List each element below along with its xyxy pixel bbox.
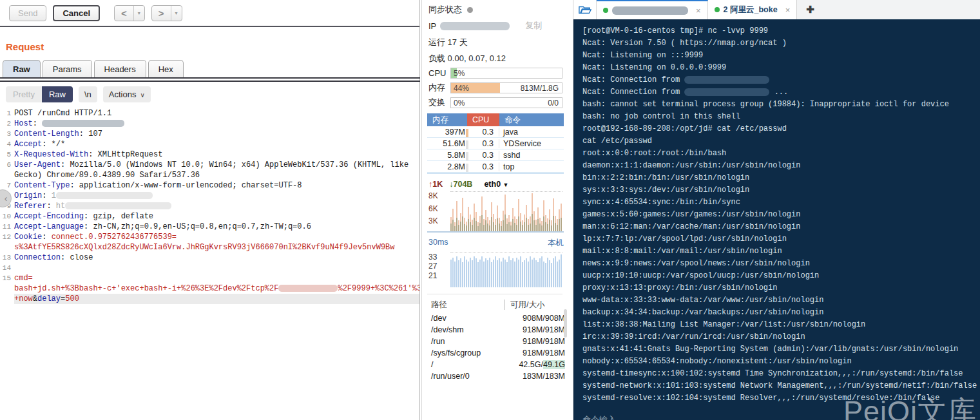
newline-toggle[interactable]: \n xyxy=(79,86,97,102)
terminal-line: Ncat: Connection from ... xyxy=(582,86,980,99)
terminal-tab-1[interactable]: × xyxy=(597,0,708,19)
ping-bar xyxy=(559,260,560,287)
ping-bar xyxy=(460,258,461,287)
terminal-line: www-data:x:33:33:www-data:/var/www:/usr/… xyxy=(582,294,980,307)
pretty-toggle[interactable]: Pretty xyxy=(6,86,42,102)
ping-bar xyxy=(476,258,477,287)
line-number: 4 xyxy=(0,139,14,149)
disk-row[interactable]: /dev/shm918M/918M xyxy=(427,324,566,336)
actions-button[interactable]: Actions∨ xyxy=(103,86,151,102)
close-tab-icon[interactable]: × xyxy=(785,5,791,15)
disk-row[interactable]: /42.5G/49.1G xyxy=(427,359,566,370)
net-bar xyxy=(510,192,512,231)
ping-bar xyxy=(481,256,483,287)
process-row[interactable]: 51.6M0.3YDService xyxy=(427,138,564,149)
terminal-tab-2[interactable]: 2 阿里云_boke× xyxy=(708,0,798,19)
disk-path: /run/user/0 xyxy=(427,372,504,381)
ping-bar xyxy=(514,262,515,287)
ping-bar xyxy=(539,258,541,287)
disk-path: / xyxy=(427,360,504,369)
ping-bar xyxy=(485,258,486,287)
terminal-line: games:x:5:60:games:/usr/games:/usr/sbin/… xyxy=(582,209,980,221)
ping-bar xyxy=(512,258,514,287)
open-session-button[interactable] xyxy=(573,0,597,19)
disk-row[interactable]: /sys/fs/cgroup918M/918M xyxy=(427,347,566,359)
raw-toggle[interactable]: Raw xyxy=(42,86,73,102)
net-bar xyxy=(553,192,554,231)
process-row[interactable]: 5.8M0.3sshd xyxy=(427,149,564,161)
back-dropdown-icon[interactable]: ▾ xyxy=(134,6,144,21)
ping-bar xyxy=(545,263,546,287)
disk-row[interactable]: /dev908M/908M xyxy=(427,312,566,324)
tab-headers[interactable]: Headers xyxy=(94,60,146,77)
request-line: 8Origin: 1 xyxy=(0,191,419,201)
disk-row[interactable]: /run918M/918M xyxy=(427,336,566,347)
net-bar xyxy=(547,192,548,231)
terminal-line: bash: cannot set terminal process group … xyxy=(582,99,980,111)
process-col-command[interactable]: 命令 xyxy=(499,115,564,126)
ping-bar xyxy=(503,258,504,287)
tab-raw[interactable]: Raw xyxy=(3,60,41,77)
disk-size: 183M/183M xyxy=(504,372,566,381)
forward-dropdown-icon[interactable]: ▾ xyxy=(171,6,182,21)
process-cpu: 0.3 xyxy=(467,139,499,148)
ping-bar xyxy=(506,262,508,287)
disk-row[interactable]: /run/user/0183M/183M xyxy=(427,370,566,382)
process-command: java xyxy=(499,128,564,137)
terminal-panel: ×2 阿里云_boke× ✚ [root@VM-0-16-centos tmp]… xyxy=(573,0,980,420)
net-bar xyxy=(555,192,556,231)
ping-bar xyxy=(487,260,488,287)
chevron-down-icon: ∨ xyxy=(140,91,144,99)
send-button[interactable]: Send xyxy=(9,5,46,21)
ping-bar xyxy=(450,260,452,287)
request-line: 10Accept-Encoding: gzip, deflate xyxy=(0,211,419,222)
net-bar xyxy=(491,192,492,231)
process-table-header[interactable]: 内存 CPU 命令 xyxy=(427,113,564,126)
scrollbar-thumb[interactable] xyxy=(564,309,567,338)
ping-header-row: 30ms 本机 xyxy=(422,238,568,249)
net-bar xyxy=(477,192,479,231)
ping-bar xyxy=(464,256,465,287)
ping-latency-chart: 332721 xyxy=(427,251,564,287)
request-line: Gecko) Chrome/89.0.4389.90 Safari/537.36 xyxy=(0,170,419,180)
repeater-toolbar: Send Cancel < ▾ > ▾ xyxy=(0,0,419,27)
ping-host-label[interactable]: 本机 xyxy=(548,238,564,249)
ping-bar xyxy=(456,256,457,287)
process-command: YDService xyxy=(499,139,564,148)
copy-ip-button[interactable]: 复制 xyxy=(525,20,542,32)
net-bar xyxy=(522,192,523,231)
net-bar xyxy=(539,192,541,231)
ping-bar xyxy=(524,260,525,287)
history-forward-button[interactable]: > ▾ xyxy=(151,5,182,21)
y-axis-tick: 21 xyxy=(428,271,437,280)
process-row[interactable]: 2.8M0.3top xyxy=(427,161,564,173)
cancel-button[interactable]: Cancel xyxy=(53,5,100,21)
folder-open-icon xyxy=(579,5,591,15)
ping-bar xyxy=(549,260,550,287)
process-command: top xyxy=(499,162,564,171)
ping-bar xyxy=(454,262,456,287)
line-number: 11 xyxy=(0,222,14,232)
tab-params[interactable]: Params xyxy=(43,60,92,77)
ip-redacted-value xyxy=(440,22,510,30)
request-editor[interactable]: 1POST /runCmd HTTP/1.12Host: 3Content-Le… xyxy=(0,108,419,304)
close-tab-icon[interactable]: × xyxy=(696,6,701,15)
swap-detail: 0/0 xyxy=(548,99,559,108)
request-line: 4Accept: */* xyxy=(0,139,419,149)
new-tab-button[interactable]: ✚ xyxy=(797,0,823,19)
command-input-hint[interactable]: 命令输入 xyxy=(582,414,616,420)
process-col-memory[interactable]: 内存 xyxy=(427,115,467,126)
watermark: PeiQi文库 xyxy=(843,405,977,417)
terminal-screen[interactable]: [root@VM-0-16-centos tmp]# nc -lvvp 9999… xyxy=(573,19,980,420)
disk-table-header: 路径 可用/大小 xyxy=(427,297,566,312)
terminal-line: daemon:x:1:1:daemon:/usr/sbin:/usr/sbin/… xyxy=(582,160,980,172)
process-col-cpu[interactable]: CPU xyxy=(467,113,499,126)
ping-bar xyxy=(543,262,544,287)
net-bar xyxy=(520,192,521,231)
interface-dropdown[interactable]: eth0 ▼ xyxy=(484,180,508,189)
history-back-button[interactable]: < ▾ xyxy=(114,5,145,21)
process-row[interactable]: 397M0.3java xyxy=(427,126,564,138)
swap-meter: 0% 0/0 xyxy=(450,97,562,108)
tab-hex[interactable]: Hex xyxy=(148,60,184,77)
ping-bar xyxy=(504,260,506,287)
